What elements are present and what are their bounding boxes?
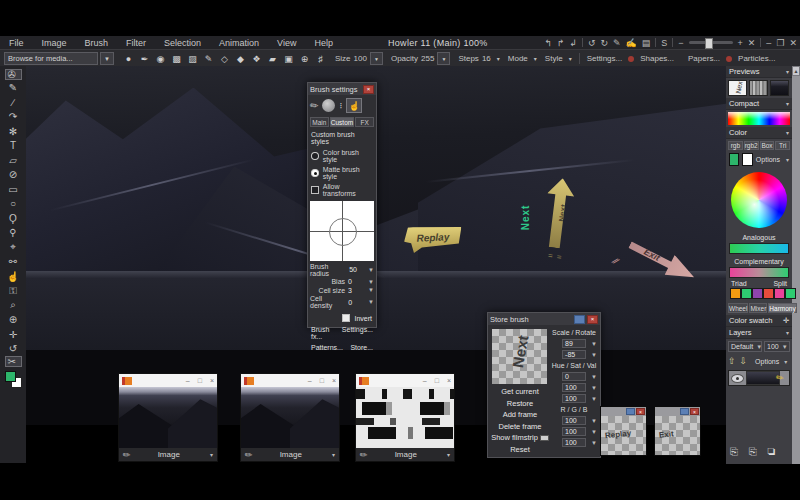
spinner-icon[interactable]: ▼ [591,385,597,391]
image-window-2[interactable]: – □ × ✎ Image ▾ [240,373,340,462]
show-filmstrip-button[interactable]: Show filmstrip [488,432,552,444]
spinner-icon[interactable]: ▼ [591,440,597,446]
clear-icon[interactable]: ✕ [748,38,756,48]
color-header[interactable]: Color ▾ [726,127,792,139]
text-tool[interactable]: T [5,139,22,153]
no-ellipse-tool[interactable]: ⊘ [5,168,22,182]
move-layer-down-icon[interactable]: ⇩ [740,356,750,366]
rect-select-tool[interactable]: ▭ [5,182,22,196]
dropdown-icon[interactable]: ▾ [332,451,335,458]
close-icon[interactable]: × [587,315,598,324]
menu-file[interactable]: File [0,38,33,48]
style-dropdown[interactable]: Style [545,54,563,63]
preview-thumb-noise[interactable] [749,80,768,96]
layer-row[interactable]: ✎ [728,370,790,386]
complementary-gradient[interactable] [729,267,789,278]
collapse-icon[interactable]: ▾ [786,68,789,75]
color-swatch-header[interactable]: Color swatch ✛ [726,315,792,327]
mode-dropdown-icon[interactable]: ▾ [534,55,537,62]
close-icon[interactable]: × [363,85,374,94]
redo-icon[interactable]: ↻ [600,38,608,48]
dots-icon[interactable]: ⁝ [339,103,342,108]
pin-tool[interactable]: ⌖ [5,240,22,254]
minimize-icon[interactable]: – [423,377,427,384]
close-icon[interactable]: × [636,408,645,415]
pattern-icon[interactable]: ▩ [170,52,183,65]
steps-dropdown-icon[interactable]: ▾ [497,55,500,62]
ellipse-select-tool[interactable]: ○ [5,197,22,211]
checkbox-icon[interactable] [311,186,319,194]
settings-button[interactable]: Settings... [342,326,373,340]
layer-opacity-spinner[interactable]: 100 ▼ [764,341,790,352]
invert-checkbox[interactable] [342,314,350,322]
pin-icon[interactable] [574,315,585,324]
plus-tool[interactable]: ✛ [5,327,22,341]
menu-animation[interactable]: Animation [210,38,268,48]
scissors-tool[interactable]: ✂ [5,356,22,367]
mini-titlebar[interactable]: × [601,407,646,416]
blue-value[interactable]: 100 [562,438,586,447]
mini-titlebar[interactable]: × [655,407,700,416]
menu-filter[interactable]: Filter [117,38,155,48]
shapes-button[interactable]: Shapes... [640,54,674,63]
store-button[interactable]: Store... [350,344,373,351]
spray-tool[interactable]: ✻ [5,124,22,138]
tab-box[interactable]: Box [760,141,775,150]
exit-brush-preview[interactable]: Exit [655,416,700,455]
image-label[interactable]: Image [253,450,329,459]
image-window-titlebar[interactable]: – □ × [119,374,217,387]
brush-tool[interactable]: ✎ [5,81,22,95]
image-thumbnail-scene[interactable] [241,387,339,448]
size-value[interactable]: 100 [354,54,367,63]
pen-icon[interactable]: ✎ [613,38,621,48]
split-swatch-1[interactable] [763,288,774,299]
curve-tool[interactable]: ↷ [5,110,22,124]
collapse-icon[interactable]: ▾ [786,100,789,107]
tab-custom[interactable]: Custom [330,117,354,127]
tab-rgb[interactable]: rgb [728,141,743,150]
triad-swatch-1[interactable] [730,288,741,299]
menu-selection[interactable]: Selection [155,38,210,48]
brush-settings-titlebar[interactable]: Brush settings × [308,83,376,95]
triad-swatch-3[interactable] [752,288,763,299]
rotate-left-icon[interactable]: ↰ [544,38,552,48]
collapse-icon[interactable]: ▾ [786,329,789,336]
zoom-out-icon[interactable]: − [678,38,683,48]
tab-main[interactable]: Main [310,117,329,127]
radio-selected-icon[interactable] [311,169,319,177]
value-value[interactable]: 100 [562,394,586,403]
brush-shape-preview[interactable] [310,201,374,261]
delete-frame-button[interactable]: Delete frame [488,421,552,433]
saturation-value[interactable]: 100 [562,383,586,392]
panel-icon[interactable]: ▣ [282,52,295,65]
add-swatch-icon[interactable]: ✛ [783,316,789,325]
hand-icon[interactable]: ☝ [346,98,362,113]
dropdown-icon[interactable]: ▼ [368,267,374,273]
blend-mode-select[interactable]: Default ▼ [728,341,762,352]
menu-image[interactable]: Image [33,38,76,48]
compact-header[interactable]: Compact ▾ [726,98,792,110]
diamond-icon[interactable]: ◆ [234,52,247,65]
layer-page-icons[interactable]: ⎘ ⎘ ❏ [730,446,779,458]
list-icon[interactable]: ▤ [642,38,651,48]
diamond-outline-icon[interactable]: ◇ [218,52,231,65]
invert-option[interactable]: Invert [308,309,376,322]
zoom-slider[interactable] [689,41,733,44]
replay-brush-preview[interactable]: Replay [601,416,646,455]
eye-icon[interactable]: ◉ [154,52,167,65]
particles-button[interactable]: Particles... [738,54,775,63]
minimize-icon[interactable]: – [186,377,190,384]
opacity-value[interactable]: 255 [421,54,434,63]
shapes-icon[interactable]: ❖ [250,52,263,65]
split-swatches[interactable] [763,288,796,299]
cell-size-value[interactable]: 3 [348,287,362,294]
stored-brush-preview[interactable]: Next [492,329,547,384]
analogous-gradient[interactable] [729,243,789,254]
zoom-slider-handle[interactable] [705,38,713,49]
media-icon[interactable]: ▨ [186,52,199,65]
snap-icon[interactable]: S [661,38,667,48]
dropdown-icon[interactable]: ▼ [368,299,374,305]
replay-brush-window[interactable]: × Replay [600,406,647,456]
image-window-1[interactable]: – □ × ✎ Image ▾ [118,373,218,462]
tab-fx[interactable]: FX [355,117,374,127]
